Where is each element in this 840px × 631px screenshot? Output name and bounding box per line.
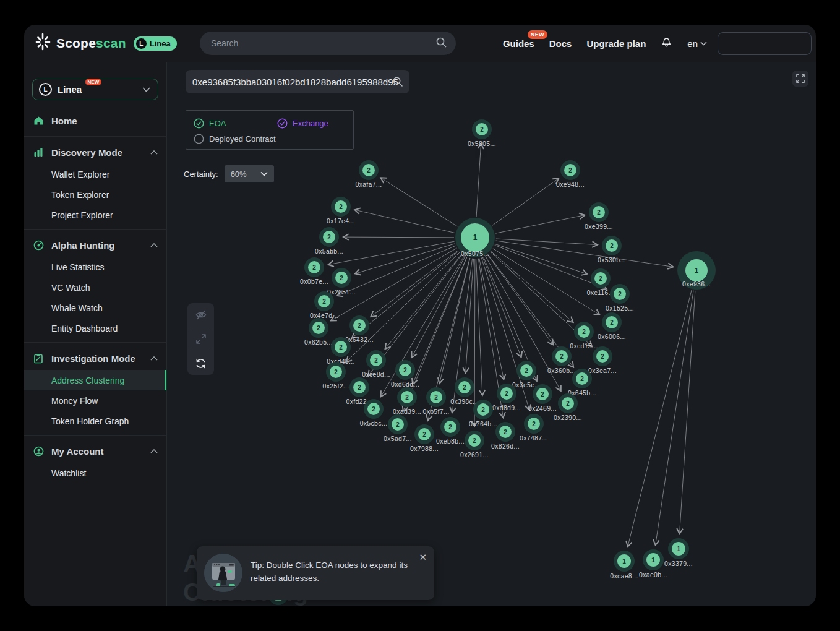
hide-labels-button[interactable] (187, 303, 214, 327)
svg-text:2: 2 (422, 431, 426, 438)
sidebar-item-live-statistics[interactable]: Live Statistics (24, 257, 166, 277)
sidebar-item-entity-dashboard[interactable]: Entity Dashboard (24, 318, 166, 338)
nav-upgrade-plan[interactable]: Upgrade plan (586, 38, 646, 49)
check-circle-icon (277, 118, 288, 129)
sidebar-item-home[interactable]: Home (24, 109, 166, 132)
fit-view-button[interactable] (187, 327, 214, 351)
graph-node-n37[interactable]: 20x7988... (410, 424, 439, 452)
svg-text:2: 2 (610, 243, 614, 249)
graph-edge (440, 258, 470, 384)
graph-node-n31[interactable]: 20xb5f7... (423, 387, 450, 415)
nav-guides[interactable]: Guides NEW (503, 38, 534, 49)
sidebar-item-watchlist[interactable]: Watchlist (24, 463, 166, 483)
graph-node-n24[interactable]: 20xd6dd... (391, 360, 419, 388)
chevron-up-icon (150, 150, 158, 155)
refresh-button[interactable] (187, 351, 214, 375)
tip-toast: Tip: Double Click EOA nodes to expand it… (197, 546, 434, 600)
node-label: 0x3ea7... (588, 367, 617, 374)
sidebar-item-money-flow[interactable]: Money Flow (24, 390, 166, 411)
graph-node-n32[interactable]: 20x2390... (554, 393, 582, 421)
graph-node-n5[interactable]: 20xe399... (585, 202, 613, 230)
graph-node-n26[interactable]: 20xad39... (393, 387, 421, 415)
sidebar-section-investigation-mode[interactable]: Investigation Mode (24, 346, 166, 370)
graph-node-n0[interactable]: 10x5075... (455, 218, 495, 257)
graph-node-n19[interactable]: 20x3ea7... (588, 346, 617, 374)
graph-node-n1[interactable]: 20x5805... (468, 119, 496, 147)
search-input[interactable] (200, 38, 435, 48)
search-icon[interactable] (435, 36, 447, 51)
graph-node-n21[interactable]: 20x25f2... (323, 362, 349, 390)
graph-node-n7[interactable]: 20x530b... (598, 236, 626, 264)
nav-docs[interactable]: Docs (549, 38, 572, 49)
svg-text:2: 2 (396, 421, 400, 428)
graph-node-n42[interactable]: 10xcae8... (610, 551, 638, 580)
node-label: 0x530b... (598, 256, 626, 264)
network-selector[interactable]: L LineaNEW (32, 79, 158, 100)
graph-node-n8[interactable]: 20x0b7e... (300, 257, 328, 285)
graph-node-n14[interactable]: 20x62b5... (304, 318, 333, 346)
sidebar-item-token-holder-graph[interactable]: Token Holder Graph (24, 411, 166, 431)
linea-logo-icon: L (136, 38, 147, 49)
graph-node-n35[interactable]: 20xeb8b... (436, 417, 465, 445)
svg-text:2: 2 (339, 204, 343, 210)
sidebar-item-whale-watch[interactable]: Whale Watch (24, 298, 166, 318)
graph-node-n11[interactable]: 20x1525... (606, 284, 634, 312)
fullscreen-button[interactable] (792, 71, 808, 87)
certainty-select[interactable]: 60% (225, 165, 274, 182)
graph-node-n22[interactable]: 20x3e5e... (512, 361, 541, 388)
graph-node-n18[interactable]: 20x360b... (547, 346, 576, 374)
graph-edge (346, 252, 460, 362)
legend-eoa[interactable]: EOA (194, 118, 277, 129)
graph-node-n4[interactable]: 20x17e4... (327, 197, 355, 225)
graph-node-n41[interactable]: 10x3379... (664, 538, 693, 567)
app-window: Scopescan L Linea Guides NEW Docs Upgrad… (24, 25, 816, 606)
sidebar-section-alpha-hunting[interactable]: Alpha Hunting (24, 233, 166, 257)
svg-text:2: 2 (597, 209, 601, 216)
graph-node-n3[interactable]: 20xe948... (556, 160, 585, 188)
graph-node-n13[interactable]: 20x6006... (598, 312, 626, 340)
svg-text:2: 2 (618, 291, 622, 298)
graph-node-n20[interactable]: 20xce8d... (362, 350, 390, 378)
address-search-icon[interactable] (392, 76, 403, 90)
graph-node-n2[interactable]: 20xafa7... (356, 160, 382, 188)
address-input[interactable] (186, 77, 409, 87)
close-icon[interactable]: ✕ (419, 552, 427, 562)
sidebar-item-wallet-explorer[interactable]: Wallet Explorer (24, 164, 166, 184)
graph-edge (496, 239, 598, 245)
network-new-badge: NEW (85, 79, 102, 85)
graph-edge (492, 178, 559, 225)
svg-text:2: 2 (322, 298, 326, 305)
svg-text:2: 2 (367, 167, 371, 174)
sidebar-section-my-account[interactable]: My Account (24, 439, 166, 463)
sidebar-item-token-explorer[interactable]: Token Explorer (24, 184, 166, 205)
graph-node-n16[interactable]: 20xcd15... (570, 322, 598, 350)
graph-node-n43[interactable]: 10xae0b... (639, 549, 667, 578)
node-label: 0xad39... (393, 408, 421, 415)
language-selector[interactable]: en (687, 38, 707, 49)
graph-node-n36[interactable]: 20x7487... (520, 414, 548, 442)
graph-node-n34[interactable]: 20x5ad7... (384, 414, 412, 442)
svg-text:2: 2 (568, 167, 572, 174)
node-label: 0x2390... (554, 414, 582, 421)
logo[interactable]: Scopescan L Linea (24, 32, 177, 54)
sidebar-item-vc-watch[interactable]: VC Watch (24, 277, 166, 298)
sidebar-item-project-explorer[interactable]: Project Explorer (24, 205, 166, 225)
sidebar-section-discovery-mode[interactable]: Discovery Mode (24, 140, 166, 164)
chevron-down-icon (260, 171, 268, 176)
node-label: 0x5abb... (315, 247, 343, 255)
svg-text:2: 2 (339, 344, 343, 351)
node-label: 0x2469... (528, 405, 557, 412)
graph-node-n40[interactable]: 10xe936... (677, 251, 716, 290)
graph-node-n9[interactable]: 20x2051... (327, 268, 356, 296)
sidebar-item-address-clustering[interactable]: Address Clustering (24, 370, 166, 390)
graph-node-n6[interactable]: 20x5abb... (315, 227, 343, 255)
node-label: 0x2691... (460, 451, 489, 458)
svg-text:2: 2 (582, 328, 586, 335)
svg-text:2: 2 (405, 394, 409, 401)
notification-bell-icon[interactable] (661, 36, 672, 51)
address-search-box (186, 70, 409, 93)
legend-deployed-contract[interactable]: Deployed Contract (194, 134, 276, 144)
legend-exchange[interactable]: Exchange (277, 118, 328, 129)
graph-node-n15[interactable]: 20x6432... (345, 316, 374, 343)
wallet-connect-button[interactable] (718, 32, 812, 55)
